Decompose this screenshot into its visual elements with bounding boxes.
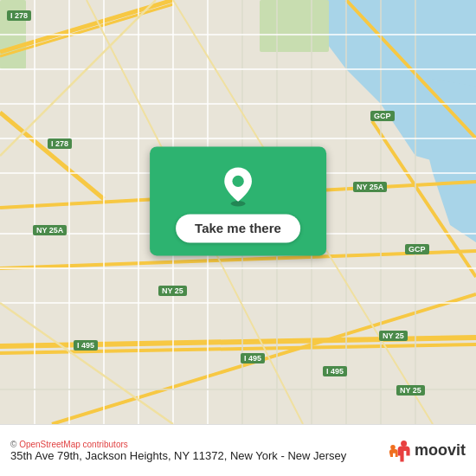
svg-point-44 bbox=[390, 445, 396, 450]
label-ny25-bot: NY 25 bbox=[396, 385, 425, 396]
label-gcp-bot: GCP bbox=[405, 244, 429, 254]
moovit-logo: moovit bbox=[387, 439, 466, 463]
svg-point-43 bbox=[401, 441, 407, 447]
label-ny25-right: NY 25 bbox=[379, 331, 408, 341]
osm-credit: © OpenStreetMap contributors bbox=[10, 440, 346, 449]
map-view: I 278 I 278 NY 25A NY 25A NY 25A NY 25 N… bbox=[0, 0, 476, 424]
moovit-text: moovit bbox=[415, 441, 466, 460]
label-ny25-mid: NY 25 bbox=[158, 286, 187, 296]
label-i495-right: I 495 bbox=[323, 366, 347, 376]
label-gcp-top: GCP bbox=[370, 111, 395, 121]
button-overlay: Take me there bbox=[150, 146, 326, 255]
label-i495-mid: I 495 bbox=[241, 353, 265, 363]
copyright-symbol: © bbox=[10, 440, 19, 449]
address-text: 35th Ave 79th, Jackson Heights, NY 11372… bbox=[10, 449, 346, 462]
location-pin-icon bbox=[216, 164, 260, 207]
label-ny25a-right: NY 25A bbox=[353, 182, 387, 192]
svg-rect-4 bbox=[260, 0, 329, 52]
moovit-icon bbox=[387, 439, 411, 463]
label-ny25a-left: NY 25A bbox=[33, 225, 67, 235]
label-i278-mid: I 278 bbox=[48, 138, 72, 149]
svg-point-42 bbox=[232, 176, 243, 187]
label-i495-left: I 495 bbox=[74, 340, 98, 351]
label-i278-top: I 278 bbox=[7, 10, 31, 21]
osm-link[interactable]: OpenStreetMap contributors bbox=[19, 440, 128, 449]
bottom-left-info: © OpenStreetMap contributors 35th Ave 79… bbox=[10, 440, 346, 462]
bottom-bar: © OpenStreetMap contributors 35th Ave 79… bbox=[0, 424, 476, 476]
svg-point-41 bbox=[231, 201, 246, 207]
take-me-there-button[interactable]: Take me there bbox=[176, 214, 300, 242]
green-panel: Take me there bbox=[150, 146, 326, 255]
